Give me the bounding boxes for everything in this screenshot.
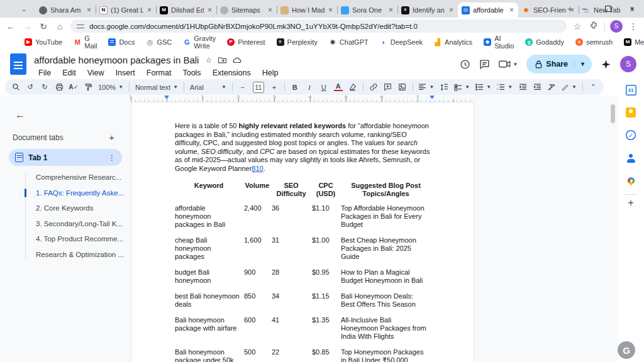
bookmark-star-icon[interactable]: ☆ (572, 21, 583, 31)
bulleted-list-icon[interactable]: ▼ (475, 84, 491, 90)
vertical-scrollbar[interactable] (611, 104, 615, 123)
share-button[interactable]: Share ▼ (526, 55, 592, 74)
home-icon[interactable]: ⌂ (54, 21, 65, 31)
browser-tab[interactable]: How I Mad× (277, 3, 337, 18)
maps-icon[interactable] (618, 169, 644, 192)
insert-image-icon[interactable] (398, 83, 407, 91)
tab-close-icon[interactable]: × (448, 6, 454, 14)
bookmark-item[interactable]: ▟Analytics (430, 38, 477, 46)
url-text[interactable]: docs.google.com/document/d/1HUbpGbNrBXDm… (89, 23, 418, 30)
clear-formatting-icon[interactable] (547, 84, 556, 91)
menu-help[interactable]: Help (258, 69, 283, 77)
bookmark-item[interactable]: ◆AI Studio (479, 35, 518, 50)
google-docs-icon[interactable] (10, 53, 26, 75)
browser-tab[interactable]: affordable× (458, 3, 518, 18)
add-comment-icon[interactable] (384, 83, 392, 91)
maximize-button[interactable] (596, 0, 620, 18)
font-size-field[interactable]: 11 (253, 82, 264, 93)
bookmark-item[interactable]: MG Mail (69, 35, 101, 50)
redo-icon[interactable]: ↻ (40, 83, 49, 91)
bookmark-item[interactable]: ✺ChatGPT (325, 38, 373, 46)
ruler[interactable]: 11234567 (131, 96, 474, 102)
outline-item[interactable]: 2. Core Keywords (0, 200, 131, 216)
move-folder-icon[interactable] (218, 57, 226, 63)
new-tab-button[interactable]: + (567, 4, 572, 14)
italic-icon[interactable]: I (305, 84, 314, 91)
browser-tab[interactable]: Sora One× (337, 3, 397, 18)
styles-select[interactable]: Normal text▼ (135, 84, 178, 91)
meet-video-icon[interactable]: ▼ (499, 60, 518, 69)
menu-insert[interactable]: Insert (111, 69, 140, 77)
minimize-button[interactable]: – (572, 0, 596, 18)
print-icon[interactable] (55, 83, 64, 91)
address-bar[interactable]: docs.google.com/document/d/1HUbpGbNrBXDm… (70, 19, 567, 33)
bookmark-item[interactable]: MMedium (619, 38, 644, 46)
tab-close-icon[interactable]: × (207, 6, 213, 14)
add-addon-icon[interactable]: + (618, 197, 644, 209)
bookmark-item[interactable]: ▶YouTube (20, 38, 67, 46)
outline-item[interactable]: Research & Optimization ... (0, 247, 131, 263)
numbered-list-icon[interactable]: 12▼ (497, 84, 513, 90)
spellcheck-icon[interactable]: A✓ (69, 84, 78, 90)
paint-format-icon[interactable] (84, 83, 92, 91)
menu-format[interactable]: Format (142, 69, 176, 77)
bookmark-item[interactable]: ✳Perplexity (272, 38, 322, 46)
outline-item[interactable]: 1. FAQs: Frequently Aske... (0, 185, 131, 201)
gemini-icon[interactable] (601, 59, 611, 70)
share-dropdown[interactable]: ▼ (574, 61, 592, 67)
editing-mode-select[interactable]: ▼ (562, 84, 577, 91)
line-spacing-icon[interactable] (440, 84, 448, 91)
cloud-status-icon[interactable] (233, 57, 242, 63)
align-icon[interactable]: ▼ (418, 84, 434, 90)
reload-icon[interactable]: ↻ (38, 21, 49, 31)
browser-tab[interactable]: Sitemaps× (216, 3, 277, 18)
comments-icon[interactable] (479, 59, 490, 70)
bold-icon[interactable]: B (291, 84, 299, 91)
tab-close-icon[interactable]: × (86, 6, 92, 14)
checklist-icon[interactable]: ▼ (454, 84, 470, 91)
bookmark-item[interactable]: ◎GSC (142, 38, 176, 46)
browser-tab[interactable]: ✳Identify an× (397, 3, 458, 18)
extensions-icon[interactable] (588, 21, 599, 31)
tasks-icon[interactable]: ✓ (618, 124, 644, 146)
underline-icon[interactable]: U (319, 84, 328, 91)
zoom-select[interactable]: 100%▼ (98, 84, 123, 91)
menu-tools[interactable]: Tools (178, 69, 205, 77)
outline-item[interactable]: Comprehensive Researc... (0, 170, 131, 185)
add-tab-icon[interactable]: + (109, 132, 114, 143)
decrease-font-icon[interactable]: − (238, 84, 247, 91)
bookmark-item[interactable]: ssemrush (571, 38, 617, 46)
collapse-toolbar-icon[interactable]: ⌃ (589, 83, 597, 91)
bookmark-item[interactable]: GGravity Write (179, 35, 220, 50)
undo-icon[interactable]: ↺ (26, 83, 35, 91)
tab-close-icon[interactable]: × (147, 6, 152, 14)
star-icon[interactable]: ☆ (205, 56, 212, 65)
increase-indent-icon[interactable] (533, 84, 541, 90)
tab-options-icon[interactable]: ⋮ (108, 153, 116, 162)
margin-marker-icon[interactable] (430, 96, 435, 99)
tab-search-chevron-icon[interactable]: ⌄ (19, 4, 29, 14)
site-info-icon[interactable] (77, 23, 84, 30)
outline-item[interactable]: 4. Top Product Recomme... (0, 231, 131, 247)
outline-item[interactable]: 3. Secondary/Long-Tail K... (0, 216, 131, 232)
browser-tab[interactable]: N(1) Great Li× (96, 3, 156, 18)
bookmark-item[interactable]: gGodaddy (521, 38, 569, 46)
grammarly-badge[interactable]: G (618, 341, 635, 359)
tab-close-icon[interactable]: × (509, 6, 514, 14)
keep-icon[interactable] (618, 101, 644, 124)
menu-edit[interactable]: Edit (58, 69, 80, 77)
citation-link[interactable]: 810 (252, 165, 263, 172)
menu-extensions[interactable]: Extensions (208, 69, 255, 77)
decrease-indent-icon[interactable] (518, 84, 527, 90)
account-avatar[interactable]: S (620, 56, 636, 72)
font-select[interactable]: Arial▼ (190, 84, 226, 91)
forward-icon[interactable]: → (21, 21, 33, 31)
bookmark-item[interactable]: PPinterest (223, 38, 269, 46)
tab-1-item[interactable]: Tab 1 ⋮ (9, 149, 122, 166)
document-title[interactable]: affordable honeymoon packages in Bali (34, 55, 199, 65)
insert-link-icon[interactable] (369, 83, 378, 91)
collapse-sidebar-icon[interactable]: ← (15, 109, 25, 121)
margin-marker-icon[interactable] (164, 96, 169, 99)
browser-menu-icon[interactable]: ⋮ (628, 21, 639, 31)
text-color-icon[interactable]: A (334, 83, 343, 91)
